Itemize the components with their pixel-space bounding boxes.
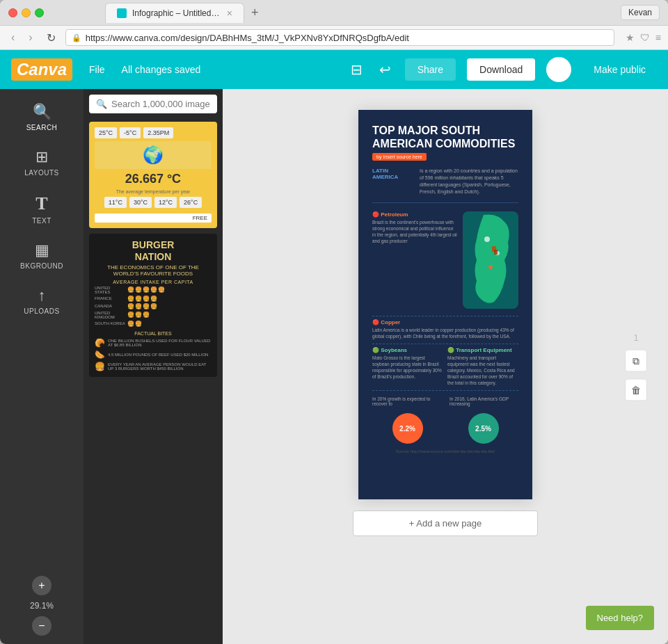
infographic-container[interactable]: TOP MAJOR SOUTH AMERICAN COMMODITIES by … <box>358 110 532 499</box>
fact-row-3: 🍔 EVERY YEAR AN AVERAGE PERSON WOULD EAT… <box>95 362 212 371</box>
zoom-in-button[interactable]: + <box>32 576 51 595</box>
petroleum-section: 🔴 Petroleum Brazil is the continent's po… <box>372 211 518 309</box>
sidebar-item-text[interactable]: T TEXT <box>0 185 84 233</box>
new-tab-button[interactable]: + <box>246 6 264 20</box>
share-button[interactable]: Share <box>405 58 456 81</box>
delete-page-button[interactable]: 🗑 <box>625 379 647 401</box>
nav-bar: ‹ › ↻ 🔒 https://www.canva.com/design/DAB… <box>0 25 668 50</box>
bar-row-5: SOUTH KOREA 🍔 🍔 <box>95 321 212 327</box>
make-public-button[interactable]: Make public <box>582 58 657 81</box>
stat-value-1: 2.2% <box>399 425 415 433</box>
file-menu[interactable]: File <box>84 61 111 78</box>
lock-icon: 🔒 <box>72 33 81 42</box>
svg-point-0 <box>484 236 490 242</box>
copper-title: 🔴 Copper <box>372 319 518 325</box>
sidebar-label-background: BKGROUND <box>20 262 63 270</box>
sidebar-label-uploads: UPLOADS <box>24 307 59 315</box>
temp-num-1: 25°C <box>95 127 117 138</box>
menu-icon[interactable]: ≡ <box>655 32 661 43</box>
browser-window: Infographic – Untitled desi × + Kevan ‹ … <box>0 0 668 644</box>
template2-section-title: AVERAGE INTAKE PER CAPITA <box>95 280 212 284</box>
transport-section: 🟢 Soybeans Mato Grosso is the largest so… <box>372 347 518 386</box>
stat-1-label: In 20% growth is expected to recover to <box>372 396 441 406</box>
canva-logo[interactable]: Canva <box>11 58 72 81</box>
forward-button[interactable]: › <box>24 30 36 45</box>
petroleum-title: 🔴 Petroleum <box>372 211 457 218</box>
search-bar[interactable]: 🔍 <box>89 95 217 113</box>
toggle-switch[interactable] <box>546 57 571 82</box>
bar-row-2: FRANCE 🍔 🍔 🍔 🍔 <box>95 296 212 302</box>
browser-tab[interactable]: Infographic – Untitled desi × <box>105 3 244 23</box>
sidebar-label-text: TEXT <box>32 217 51 225</box>
sidebar-item-search[interactable]: 🔍 SEARCH <box>0 95 84 140</box>
tab-title: Infographic – Untitled desi <box>132 8 221 18</box>
template-1[interactable]: 25°C -5°C 2.35PM 🌍 26.667 °C The average… <box>89 122 217 228</box>
temp-bot-2: 30°C <box>129 197 152 208</box>
free-badge: FREE <box>95 214 212 223</box>
sidebar-item-background[interactable]: ▦ BKGROUND <box>0 233 84 278</box>
transport-desc: Machinery and transport equipment was th… <box>447 355 518 386</box>
right-tools: 1 ⧉ 🗑 <box>625 332 647 401</box>
title-bar: Infographic – Untitled desi × + Kevan <box>0 0 668 25</box>
latin-desc: Is a region with 20 countries and a popu… <box>420 168 518 195</box>
stat-circle-1: 2.2% <box>392 413 423 444</box>
back-button[interactable]: ‹ <box>7 30 19 45</box>
bar-row-3: CANADA 🍔 🍔 🍔 🍔 <box>95 303 212 309</box>
page-number: 1 <box>633 332 638 343</box>
undo-button[interactable]: ↩ <box>376 58 394 81</box>
canva-header: Canva File All changes saved ⊟ ↩ Share D… <box>0 50 668 89</box>
temp-small-text: The average temperature per year <box>95 189 212 194</box>
download-button[interactable]: Download <box>467 58 535 81</box>
source-badge: by Insert source here <box>372 153 427 161</box>
app: Canva File All changes saved ⊟ ↩ Share D… <box>0 50 668 644</box>
copper-desc: Latin America is a world leader in coppe… <box>372 327 518 339</box>
add-page-button[interactable]: + Add a new page <box>353 510 538 536</box>
transport-title: 🟢 Transport Equipment <box>447 347 518 353</box>
url-bar[interactable]: 🔒 https://www.canva.com/design/DABhHMs_3… <box>65 29 614 46</box>
fact-row-2: 🌭 4.5 MILLION POUNDS OF BEEF USED $20 MI… <box>95 350 212 360</box>
shield-icon[interactable]: 🛡 <box>640 32 650 43</box>
left-sidebar: 🔍 SEARCH ⊞ LAYOUTS T TEXT ▦ BKGROUND ↑ <box>0 89 84 644</box>
stat-value-2: 2.5% <box>475 425 491 433</box>
url-text: https://www.canva.com/design/DABhHMs_3tM… <box>86 33 608 43</box>
copper-section: 🔴 Copper Latin America is a world leader… <box>372 319 518 339</box>
maximize-traffic-light[interactable] <box>35 8 44 17</box>
copy-page-button[interactable]: ⧉ <box>625 350 647 372</box>
temp-num-2: -5°C <box>120 127 141 138</box>
profile-button[interactable]: Kevan <box>621 5 660 20</box>
need-help-button[interactable]: Need help? <box>586 606 655 630</box>
sidebar-item-layouts[interactable]: ⊞ LAYOUTS <box>0 140 84 185</box>
bar-row-1: UNITED STATES 🍔 🍔 🍔 🍔 🍔 <box>95 286 212 294</box>
zoom-out-button[interactable]: − <box>32 616 51 636</box>
bar-row-4: UNITED KINGDOM 🍔 🍔 🍔 <box>95 311 212 319</box>
stats-section: In 20% growth is expected to recover to … <box>372 396 518 406</box>
sidebar-item-uploads[interactable]: ↑ UPLOADS <box>0 278 84 323</box>
canvas-area: TOP MAJOR SOUTH AMERICAN COMMODITIES by … <box>223 89 668 644</box>
sidebar-label-layouts: LAYOUTS <box>24 169 58 177</box>
layout-icon-button[interactable]: ⊟ <box>348 58 365 81</box>
search-input-icon: 🔍 <box>96 99 107 109</box>
bookmark-icon[interactable]: ★ <box>626 32 635 43</box>
tab-close-button[interactable]: × <box>227 8 232 19</box>
search-input[interactable] <box>111 99 210 109</box>
temp-bot-3: 12°C <box>154 197 177 208</box>
temp-bot-4: 26°C <box>180 197 202 208</box>
svg-point-2 <box>488 265 493 269</box>
main-area: 🔍 SEARCH ⊞ LAYOUTS T TEXT ▦ BKGROUND ↑ <box>0 89 668 644</box>
templates-panel: 🔍 25°C -5°C 2.35PM 🌍 26.667 °C The avera… <box>84 89 223 644</box>
svg-rect-4 <box>494 250 498 255</box>
stat-circles: 2.2% 2.5% <box>372 413 518 444</box>
template2-subtitle: THE ECONOMICS OF ONE OF THE WORLD'S FAVO… <box>95 264 212 277</box>
template-2[interactable]: BURGERNATION THE ECONOMICS OF ONE OF THE… <box>89 234 217 377</box>
soybeans-desc: Mato Grosso is the largest soybean produ… <box>372 355 443 380</box>
infographic-title: TOP MAJOR SOUTH AMERICAN COMMODITIES <box>372 124 518 150</box>
stat-circle-2: 2.5% <box>468 413 499 444</box>
refresh-button[interactable]: ↻ <box>42 30 60 46</box>
close-traffic-light[interactable] <box>8 8 17 17</box>
minimize-traffic-light[interactable] <box>22 8 31 17</box>
latin-label: LATIN AMERICA <box>372 168 414 180</box>
temp-big-num: 26.667 °C <box>95 172 212 186</box>
stat-2-label: In 2016, Latin America's GDP increasing <box>450 396 518 406</box>
south-america-map <box>463 211 518 309</box>
template2-title: BURGERNATION <box>95 239 212 263</box>
